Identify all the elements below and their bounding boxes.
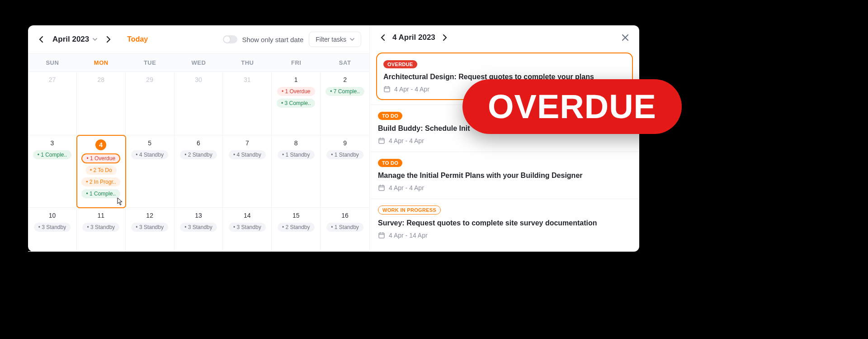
calendar-day-cell[interactable]: 2• 7 Comple..: [321, 72, 369, 135]
day-number: 6: [197, 139, 200, 147]
calendar-day-cell[interactable]: 16• 1 Standby: [321, 208, 369, 252]
calendar-day-cell[interactable]: 15• 2 Standby: [272, 208, 321, 252]
day-number: 10: [49, 212, 56, 219]
calendar-day-cell[interactable]: 14• 3 Standby: [223, 208, 272, 252]
day-number: 30: [195, 76, 202, 83]
task-title: Survey: Request quotes to complete site …: [378, 219, 631, 227]
calendar-day-cell[interactable]: 12• 3 Standby: [126, 208, 175, 252]
task-count-pill[interactable]: • 3 Standby: [180, 223, 217, 232]
chevron-down-icon: [93, 38, 97, 41]
task-count-pill[interactable]: • 1 Standby: [326, 223, 363, 232]
day-number: 12: [146, 212, 153, 219]
calendar-day-cell[interactable]: 7• 4 Standby: [223, 135, 272, 208]
next-month-button[interactable]: [104, 34, 113, 44]
svg-rect-3: [379, 233, 384, 238]
day-number: 5: [148, 139, 151, 147]
task-item[interactable]: TO DOManage the Initial Permit Plans wit…: [370, 152, 639, 199]
prev-day-button[interactable]: [378, 33, 388, 43]
day-number: 8: [294, 139, 298, 147]
calendar-day-cell[interactable]: 5• 4 Standby: [126, 135, 175, 208]
status-badge: TO DO: [378, 159, 402, 167]
task-count-pill[interactable]: • 2 Standby: [180, 150, 217, 159]
svg-rect-2: [379, 186, 384, 191]
filter-tasks-button[interactable]: Filter tasks: [309, 32, 361, 47]
calendar-icon: [378, 137, 385, 144]
start-date-toggle[interactable]: [223, 35, 237, 43]
month-picker[interactable]: April 2023: [52, 35, 97, 44]
task-detail-panel: 4 April 2023 OVERDUEArchitectural Design…: [370, 25, 639, 252]
task-count-pill[interactable]: • 2 Standby: [278, 223, 315, 232]
task-count-pill[interactable]: • 3 Standby: [131, 223, 168, 232]
task-date-range: 4 Apr - 14 Apr: [389, 232, 428, 239]
svg-rect-0: [384, 87, 390, 92]
today-button[interactable]: Today: [127, 35, 148, 43]
calendar-day-cell[interactable]: 6• 2 Standby: [175, 135, 223, 208]
day-number: 31: [244, 76, 251, 83]
task-count-pill[interactable]: • 3 Standby: [229, 223, 266, 232]
task-count-pill[interactable]: • 3 Standby: [82, 223, 119, 232]
calendar-day-cell[interactable]: 9• 1 Standby: [321, 135, 369, 208]
weekday-label: TUE: [126, 54, 175, 72]
task-count-pill[interactable]: • 1 Standby: [326, 150, 363, 159]
calendar-day-cell[interactable]: 13• 3 Standby: [175, 208, 223, 252]
task-date-range: 4 Apr - 4 Apr: [394, 86, 429, 93]
task-count-pill[interactable]: • 1 Overdue: [82, 154, 120, 163]
start-date-toggle-label: Show only start date: [242, 36, 303, 43]
status-badge: OVERDUE: [383, 60, 417, 68]
task-date-range: 4 Apr - 4 Apr: [389, 184, 424, 191]
day-number: 4: [95, 139, 106, 150]
calendar-day-cell[interactable]: 28: [77, 72, 126, 135]
task-count-pill[interactable]: • 1 Comple..: [33, 150, 72, 159]
calendar-day-cell[interactable]: 27: [28, 72, 77, 135]
day-number: 1: [294, 76, 298, 83]
task-dates: 4 Apr - 14 Apr: [378, 232, 631, 239]
task-count-pill[interactable]: • 1 Overdue: [277, 87, 315, 96]
task-count-pill[interactable]: • 1 Comple..: [81, 189, 120, 198]
task-count-pill[interactable]: • 3 Standby: [34, 223, 71, 232]
task-count-pill[interactable]: • 7 Comple..: [326, 87, 364, 96]
next-day-button[interactable]: [440, 33, 450, 43]
day-number: 2: [343, 76, 347, 83]
day-number: 11: [97, 212, 104, 219]
task-count-pill[interactable]: • 4 Standby: [229, 150, 266, 159]
app-window: April 2023 Today Show only start date Fi…: [28, 25, 639, 252]
task-count-pill[interactable]: • 4 Standby: [131, 150, 168, 159]
weekday-header: SUNMONTUEWEDTHUFRISAT: [28, 53, 369, 72]
close-button[interactable]: [619, 32, 631, 43]
task-count-pill[interactable]: • 2 To Do: [85, 166, 117, 175]
start-date-toggle-group: Show only start date: [223, 35, 303, 43]
month-label-text: April 2023: [52, 35, 89, 44]
day-number: 13: [195, 212, 202, 219]
calendar-day-cell[interactable]: 1• 1 Overdue• 3 Comple..: [272, 72, 321, 135]
svg-rect-1: [379, 138, 384, 143]
day-number: 16: [341, 212, 349, 219]
task-count-pill[interactable]: • 2 In Progr..: [81, 177, 120, 186]
weekday-label: THU: [223, 54, 272, 72]
calendar-day-cell[interactable]: 3• 1 Comple..: [28, 135, 77, 208]
overdue-callout: OVERDUE: [462, 79, 682, 134]
task-item[interactable]: WORK IN PROGRESSSurvey: Request quotes t…: [370, 199, 639, 246]
task-date-range: 4 Apr - 4 Apr: [389, 137, 424, 144]
prev-month-button[interactable]: [36, 34, 46, 44]
task-count-pill[interactable]: • 3 Comple..: [277, 99, 316, 108]
status-badge: TO DO: [378, 112, 402, 120]
weekday-label: MON: [77, 54, 126, 72]
calendar-day-cell[interactable]: 4• 1 Overdue• 2 To Do• 2 In Progr..• 1 C…: [77, 135, 126, 208]
weekday-label: FRI: [272, 54, 321, 72]
day-number: 15: [292, 212, 300, 219]
day-number: 28: [97, 76, 104, 83]
calendar-day-cell[interactable]: 29: [126, 72, 175, 135]
calendar-day-cell[interactable]: 11• 3 Standby: [77, 208, 126, 252]
task-count-pill[interactable]: • 1 Standby: [278, 150, 315, 159]
detail-date: 4 April 2023: [392, 33, 435, 42]
calendar-day-cell[interactable]: 30: [175, 72, 223, 135]
day-number: 29: [146, 76, 153, 83]
calendar-icon: [378, 184, 385, 191]
status-badge: WORK IN PROGRESS: [378, 205, 441, 215]
weekday-label: WED: [175, 54, 223, 72]
calendar-icon: [383, 86, 391, 93]
calendar-day-cell[interactable]: 10• 3 Standby: [28, 208, 77, 252]
task-title: Manage the Initial Permit Plans with you…: [378, 172, 631, 180]
calendar-day-cell[interactable]: 31: [223, 72, 272, 135]
calendar-day-cell[interactable]: 8• 1 Standby: [272, 135, 321, 208]
